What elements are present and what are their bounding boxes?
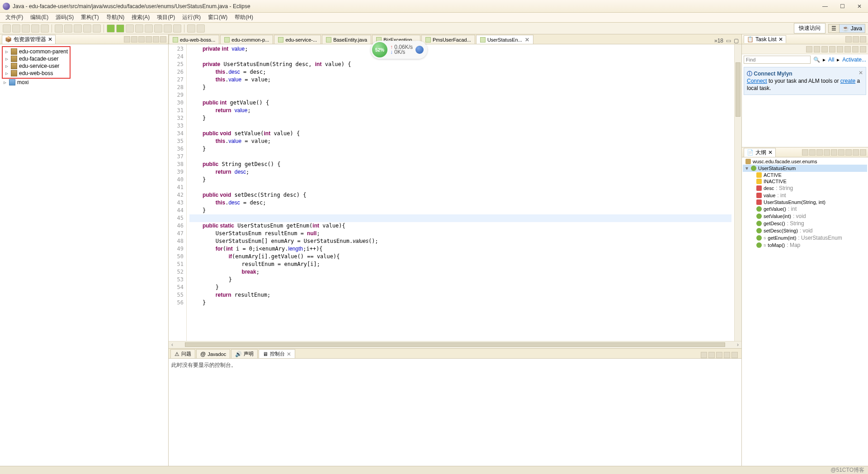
menu-item[interactable]: 文件(F) (2, 13, 27, 22)
tab-overflow[interactable]: »18 (714, 38, 723, 44)
code-editor[interactable]: 23 24 25 26 27 28 29 30 31 32 33 34 35 3… (169, 44, 741, 341)
run-ext-button[interactable] (126, 24, 134, 33)
bottom-tab[interactable]: 🖥控制台 ✕ (259, 349, 295, 358)
outline-member[interactable]: ACTIVE (743, 172, 867, 178)
maximize-icon[interactable]: ▢ (734, 38, 739, 44)
menu-item[interactable]: 项目(P) (153, 13, 179, 22)
back-button[interactable] (187, 24, 195, 33)
quick-access[interactable]: 快速访问 (794, 23, 826, 33)
editor-tab[interactable]: edu-web-boss... (169, 35, 219, 44)
close-button[interactable]: ✕ (854, 2, 865, 10)
new-task-icon[interactable] (806, 46, 812, 52)
focus-icon[interactable] (838, 149, 844, 156)
menu-item[interactable]: 帮助(H) (231, 13, 257, 22)
menu-item[interactable]: 运行(R) (179, 13, 204, 22)
outline-class[interactable]: ▾UserStatusEnum (743, 165, 867, 172)
outline-tree[interactable]: wusc.edu.facade.user.enums▾UserStatusEnu… (742, 157, 868, 466)
editor-tab[interactable]: edu-service-... (274, 35, 321, 44)
find-input[interactable] (744, 56, 811, 64)
save-all-button[interactable] (22, 24, 30, 33)
close-icon[interactable]: ✕ (859, 69, 863, 76)
outline-member[interactable]: S getEnum(int) : UserStatusEnum (743, 234, 867, 242)
minimize-view-icon[interactable] (853, 149, 859, 156)
menu-item[interactable]: 搜索(A) (128, 13, 153, 22)
menu-item[interactable]: 源码(S) (52, 13, 77, 22)
editor-tab[interactable]: UserStatusEn...✕ (476, 35, 533, 44)
package-explorer-tab[interactable]: 📦 包资源管理器 ✕ (2, 35, 56, 44)
debug-button[interactable] (107, 24, 115, 33)
minimize-button[interactable]: — (819, 2, 831, 10)
build-button[interactable] (41, 24, 49, 33)
tool-button[interactable] (135, 24, 143, 33)
hide-fields-icon[interactable] (809, 149, 816, 156)
view-icon[interactable] (845, 36, 852, 43)
create-link[interactable]: create (840, 78, 855, 84)
outline-member[interactable]: getDesc() : String (743, 220, 867, 227)
activate-link[interactable]: Activate... (842, 57, 866, 63)
minimize-icon[interactable]: ▭ (726, 38, 731, 44)
maximize-view-icon[interactable] (860, 36, 866, 43)
open-perspective-button[interactable]: ☰ (829, 24, 839, 33)
outline-package[interactable]: wusc.edu.facade.user.enums (743, 158, 867, 165)
outline-member[interactable]: getValue() : int (743, 205, 867, 213)
vertical-scrollbar[interactable] (734, 44, 741, 341)
filter-icon[interactable] (138, 36, 145, 43)
view-menu-icon[interactable] (845, 149, 852, 156)
filter-icon[interactable] (844, 46, 851, 52)
print-button[interactable] (31, 24, 39, 33)
minimize-view-icon[interactable] (153, 36, 159, 43)
editor-tab[interactable]: PmsUserFacad... (421, 35, 475, 44)
focus-icon[interactable] (837, 46, 843, 52)
hide-local-icon[interactable] (831, 149, 837, 156)
category-icon[interactable] (814, 46, 820, 52)
search-icon[interactable]: 🔍 (813, 57, 820, 63)
forward-button[interactable] (197, 24, 205, 33)
hide-nonpublic-icon[interactable] (824, 149, 830, 156)
view-menu-icon[interactable] (716, 352, 722, 358)
java-perspective[interactable]: ☕ Java (839, 24, 865, 33)
all-link[interactable]: All (828, 57, 834, 63)
tool-button[interactable] (64, 24, 72, 33)
hide-static-icon[interactable] (816, 149, 823, 156)
sort-icon[interactable] (802, 149, 808, 156)
outline-member[interactable]: setDesc(String) : void (743, 227, 867, 234)
project-node[interactable]: ▹moxi (2, 79, 166, 86)
menu-item[interactable]: 重构(T) (77, 13, 102, 22)
maximize-view-icon[interactable] (160, 36, 166, 43)
collapse-all-icon[interactable] (124, 36, 130, 43)
package-tree[interactable]: ▹edu-common-parent▹edu-facade-user▹edu-s… (0, 44, 168, 466)
minimize-view-icon[interactable] (853, 36, 859, 43)
outline-member[interactable]: INACTIVE (743, 178, 867, 185)
project-node[interactable]: ▹edu-web-boss (4, 70, 69, 77)
run-button[interactable] (116, 24, 124, 33)
sync-icon[interactable] (821, 46, 828, 52)
close-icon[interactable]: ✕ (287, 351, 291, 357)
link-editor-icon[interactable] (131, 36, 137, 43)
presentation-icon[interactable] (852, 46, 859, 52)
code-content[interactable]: private int value; private UserStatusEnu… (187, 44, 734, 341)
tool-button[interactable] (164, 24, 172, 33)
editor-tab[interactable]: edu-common-p... (220, 35, 273, 44)
outline-member[interactable]: UserStatusEnum(String, int) (743, 199, 867, 205)
outline-member[interactable]: S toMap() : Map (743, 242, 867, 249)
maximize-button[interactable]: ☐ (836, 2, 848, 10)
outline-member[interactable]: value : int (743, 192, 867, 199)
menu-item[interactable]: 编辑(E) (27, 13, 52, 22)
pin-icon[interactable] (701, 352, 707, 358)
project-node[interactable]: ▹edu-common-parent (4, 48, 69, 55)
minimize-icon[interactable] (724, 352, 730, 358)
tool-button[interactable] (83, 24, 91, 33)
project-node[interactable]: ▹edu-facade-user (4, 55, 69, 62)
tool-button[interactable] (55, 24, 63, 33)
outline-tab[interactable]: 📄 大纲 ✕ (744, 148, 776, 157)
collapse-icon[interactable] (829, 46, 835, 52)
close-icon[interactable]: ✕ (525, 37, 529, 43)
task-list-tab[interactable]: 📋 Task List ✕ (744, 35, 786, 43)
menu-item[interactable]: 导航(N) (103, 13, 128, 22)
display-icon[interactable] (708, 352, 715, 358)
menu-item[interactable]: 窗口(W) (204, 13, 231, 22)
tool-button[interactable] (93, 24, 101, 33)
editor-tab[interactable]: BaseEntity.java (322, 35, 371, 44)
horizontal-scrollbar[interactable]: ‹› (169, 341, 741, 348)
new-button[interactable] (3, 24, 11, 33)
